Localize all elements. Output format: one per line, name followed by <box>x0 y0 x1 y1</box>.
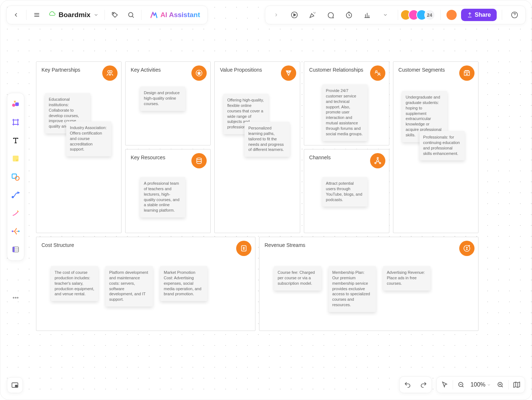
table-tool[interactable] <box>8 241 23 258</box>
cell-title: Cost Structure <box>41 242 250 248</box>
cell-key-partnerships[interactable]: Key Partnerships Educational institution… <box>36 61 122 233</box>
frame-tool[interactable] <box>8 113 23 131</box>
svg-point-34 <box>377 157 378 159</box>
text-tool[interactable] <box>8 132 23 149</box>
canvas-content[interactable]: Key Partnerships Educational institution… <box>36 61 479 331</box>
ai-assistant-button[interactable]: AI Assistant <box>144 11 205 19</box>
chevron-down-icon <box>94 12 99 17</box>
svg-marker-17 <box>18 192 19 193</box>
tag-button[interactable] <box>108 8 122 22</box>
share-button[interactable]: Share <box>461 9 497 21</box>
svg-point-28 <box>197 158 202 160</box>
svg-point-4 <box>128 12 133 17</box>
partners-icon <box>102 65 118 81</box>
minimap-button[interactable] <box>7 377 23 393</box>
chart-button[interactable] <box>360 8 374 22</box>
top-left-toolbar: Boardmix AI Assistant <box>6 5 208 24</box>
map-view-button[interactable] <box>509 377 525 393</box>
pointer-tool[interactable] <box>437 377 453 393</box>
sticky-note[interactable]: Attract potential users through YouTube,… <box>322 177 368 207</box>
ai-assistant-label: AI Assistant <box>160 11 200 19</box>
cell-revenue-streams[interactable]: Revenue Streams Course fee: Charged per … <box>259 237 479 331</box>
connector-tool[interactable] <box>8 186 23 204</box>
zoom-value: 100% <box>471 381 485 388</box>
chevron-down-icon <box>487 383 491 387</box>
sticky-note[interactable]: Professionals: for continuing education … <box>420 131 465 160</box>
cost-icon <box>236 241 251 256</box>
sticky-note[interactable]: Design and produce high-quality online c… <box>140 87 185 111</box>
sticky-note[interactable]: A professional team of teachers and lect… <box>140 177 185 217</box>
comment-button[interactable] <box>323 8 338 22</box>
play-button[interactable] <box>287 8 302 22</box>
menu-button[interactable] <box>29 8 44 22</box>
relationships-icon <box>370 65 385 81</box>
svg-marker-7 <box>294 14 296 16</box>
sticky-note[interactable]: Course fee: Charged per course or via a … <box>274 266 321 291</box>
cell-key-resources[interactable]: Key Resources A professional team of tea… <box>125 149 211 233</box>
svg-rect-13 <box>13 156 19 161</box>
sticky-note[interactable]: Personalized learning paths, tailored to… <box>245 122 290 157</box>
svg-point-33 <box>379 163 381 164</box>
sticky-note[interactable]: Membership Plan: Our premium membership … <box>329 266 376 312</box>
sticky-note-tool[interactable] <box>8 150 23 167</box>
svg-point-32 <box>375 163 376 164</box>
shapes-tool[interactable] <box>8 95 23 113</box>
expand-button[interactable] <box>269 8 283 22</box>
svg-rect-35 <box>464 71 470 76</box>
share-icon <box>467 12 473 18</box>
value-icon <box>281 65 296 81</box>
cell-value-propositions[interactable]: Value Propositions Offering high-quality… <box>214 61 300 233</box>
help-button[interactable] <box>507 8 522 22</box>
more-chevron-button[interactable] <box>378 8 393 22</box>
ai-logo-icon <box>150 11 158 19</box>
channels-icon <box>370 153 385 168</box>
svg-rect-21 <box>13 247 15 252</box>
cell-cost-structure[interactable]: Cost Structure The cost of course produc… <box>36 237 255 331</box>
avatar-count: 24 <box>424 9 435 20</box>
zoom-out-button[interactable] <box>453 377 469 393</box>
segments-icon <box>459 65 475 81</box>
sticky-note[interactable]: Platform development and maintenance cos… <box>106 266 153 307</box>
sticky-note[interactable]: Industry Association: Offers certificati… <box>66 121 111 156</box>
left-toolbar <box>7 93 24 261</box>
collaborator-avatars[interactable]: 24 <box>403 9 435 20</box>
cell-customer-segments[interactable]: Customer Segments Undergraduate and grad… <box>393 61 479 233</box>
mindmap-tool[interactable] <box>8 223 23 240</box>
timer-button[interactable] <box>342 8 356 22</box>
bottom-toolbar: 100% <box>399 376 525 393</box>
celebrate-button[interactable] <box>305 8 320 22</box>
share-label: Share <box>475 12 491 18</box>
cell-channels[interactable]: Channels Attract potential users through… <box>304 149 389 233</box>
board-title-dropdown[interactable]: Boardmix <box>45 11 102 20</box>
svg-point-24 <box>108 71 110 73</box>
svg-point-12 <box>12 104 15 107</box>
sticky-note[interactable]: Advertising Revenue: Place ads in free c… <box>383 266 430 291</box>
board-title: Boardmix <box>59 11 91 19</box>
shape-primitive-tool[interactable] <box>8 168 23 185</box>
cell-customer-relationships[interactable]: Customer Relationships Provide 24/7 cust… <box>304 61 389 145</box>
search-button[interactable] <box>124 8 138 22</box>
top-right-toolbar: 24 Share <box>265 5 526 24</box>
sticky-note[interactable]: Market Promotion Cost: Advertising expen… <box>160 266 207 301</box>
pen-tool[interactable] <box>8 204 23 222</box>
redo-button[interactable] <box>416 377 432 393</box>
revenue-icon <box>459 241 475 256</box>
undo-button[interactable] <box>400 377 416 393</box>
svg-point-19 <box>18 231 20 232</box>
svg-line-5 <box>132 16 134 18</box>
sticky-note[interactable]: The cost of course production includes: … <box>51 266 98 301</box>
current-user-avatar[interactable] <box>446 9 457 21</box>
svg-rect-11 <box>15 103 19 106</box>
cell-key-activities[interactable]: Key Activities Design and produce high-q… <box>125 61 211 145</box>
zoom-level-dropdown[interactable]: 100% <box>469 381 492 388</box>
resources-icon <box>191 153 207 168</box>
svg-point-3 <box>113 13 114 14</box>
zoom-in-button[interactable] <box>492 377 508 393</box>
svg-point-25 <box>110 71 112 73</box>
more-tools-button[interactable]: ••• <box>7 291 24 305</box>
sticky-note[interactable]: Provide 24/7 customer service and techni… <box>322 84 368 141</box>
svg-line-42 <box>462 386 463 387</box>
cell-title: Revenue Streams <box>265 242 473 248</box>
activities-icon <box>191 65 207 81</box>
back-button[interactable] <box>9 8 23 22</box>
